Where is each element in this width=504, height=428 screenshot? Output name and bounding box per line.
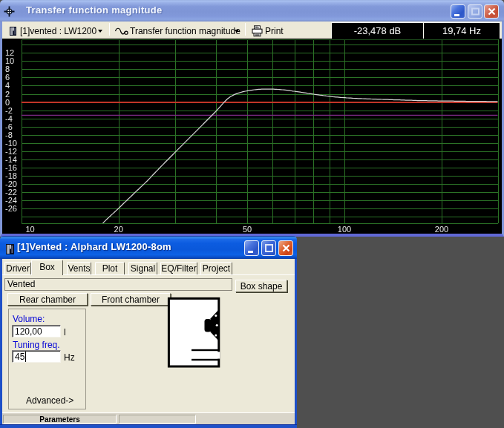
svg-text:50: 50	[243, 225, 252, 234]
svg-text:20: 20	[114, 225, 123, 234]
svg-text:10: 10	[26, 225, 35, 234]
svg-text:-26: -26	[5, 204, 17, 213]
svg-text:200: 200	[435, 225, 448, 234]
svg-text:100: 100	[338, 225, 351, 234]
